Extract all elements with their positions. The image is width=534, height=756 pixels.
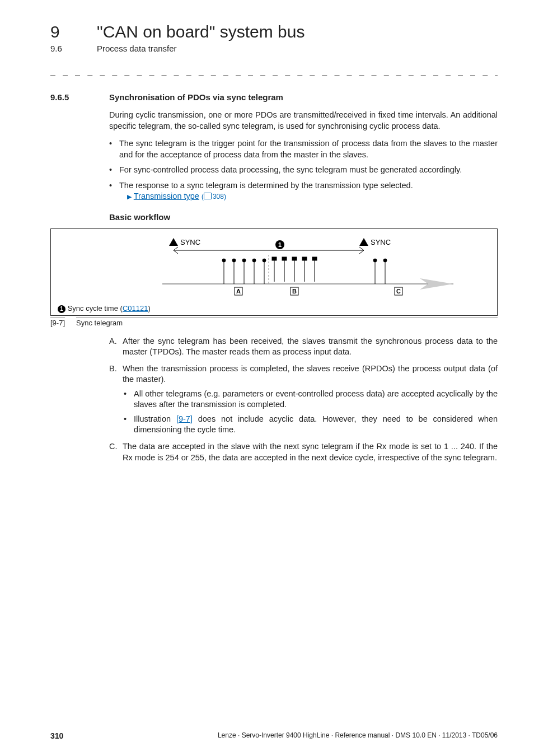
dashed-separator: _ _ _ _ _ _ _ _ _ _ _ _ _ _ _ _ _ _ _ _ … [50,66,498,76]
svg-point-7 [222,259,226,262]
svg-rect-21 [292,257,297,260]
workflow-b-sub1: All other telegrams (e.g. parameters or … [134,389,498,410]
subsection-number: 9.6.5 [50,92,78,102]
chapter-number: 9 [50,22,72,41]
page-number: 310 [50,731,63,740]
figure-label-b: B [292,288,297,295]
figure-label-a: A [236,288,241,295]
workflow-b-sub2-pre: Illustration [134,414,176,423]
section-title: Process data transfer [97,44,177,53]
workflow-b-sub2: Illustration [9-7] does not include acyc… [134,414,498,436]
svg-point-13 [252,259,256,262]
figure-footer-post: ) [148,304,150,312]
svg-point-27 [373,259,377,262]
bullet-2: For sync-controlled process data process… [119,165,498,176]
svg-rect-19 [282,257,287,260]
workflow-a-text: After the sync telegram has been receive… [123,337,498,357]
svg-point-11 [242,259,246,262]
figure-marker-1: 1 [278,241,281,248]
sync-label-left: SYNC [180,238,200,246]
svg-point-9 [232,259,236,262]
svg-marker-0 [169,238,178,246]
book-icon [204,193,212,199]
xref-page-number: 308 [213,193,224,200]
svg-point-15 [263,259,266,262]
svg-rect-17 [272,257,277,260]
sync-label-right: SYNC [371,238,391,246]
figure-footer: 1 Sync cycle time (C01121) [58,304,490,313]
figure-frame: SYNC 1 SYNC [50,228,498,316]
basic-workflow-heading: Basic workflow [109,212,498,222]
workflow-b-sublist: All other telegrams (e.g. parameters or … [123,389,498,436]
figure-footer-marker: 1 [58,305,65,313]
letter-a: A. [109,336,117,347]
xref-page-ref: (308) [202,193,226,200]
workflow-item-a: A. After the sync telegram has been rece… [123,336,498,358]
figure-caption-text: Sync telegram [76,317,498,327]
xref-arrow-icon: ▶ [127,193,132,200]
figure-caption-number: [9-7] [50,317,65,327]
chapter-title: "CAN on board" system bus [97,22,305,41]
figure-label-c: C [396,288,401,295]
figure-footer-pre: Sync cycle time ( [68,304,123,312]
workflow-b-text: When the transmission process is complet… [123,364,498,384]
subsection-title: Synchronisation of PDOs via sync telegra… [109,92,283,102]
intro-paragraph: During cyclic transmission, one or more … [109,110,498,132]
intro-bullet-list: The sync telegram is the trigger point f… [109,138,498,202]
c01121-link[interactable]: C01121 [123,304,148,312]
footer-imprint: Lenze · Servo-Inverter 9400 HighLine · R… [218,731,498,740]
workflow-item-c: C. The data are accepted in the slave wi… [123,441,498,463]
bullet-1: The sync telegram is the trigger point f… [119,138,498,160]
fig-9-7-link[interactable]: [9-7] [176,414,193,423]
letter-c: C. [109,441,118,452]
sync-telegram-diagram: SYNC 1 SYNC [62,234,487,301]
workflow-list: A. After the sync telegram has been rece… [109,336,498,464]
workflow-c-text: The data are accepted in the slave with … [123,442,498,462]
svg-point-29 [383,259,387,262]
workflow-item-b: B. When the transmission process is comp… [123,363,498,436]
svg-marker-3 [359,238,368,246]
svg-rect-23 [302,257,307,260]
bullet-3-text: The response to a sync telegram is deter… [119,181,413,190]
svg-rect-25 [312,257,317,260]
section-number: 9.6 [50,44,72,53]
bullet-3: The response to a sync telegram is deter… [119,180,498,202]
letter-b: B. [109,363,117,375]
transmission-type-link[interactable]: Transmission type [134,192,199,200]
